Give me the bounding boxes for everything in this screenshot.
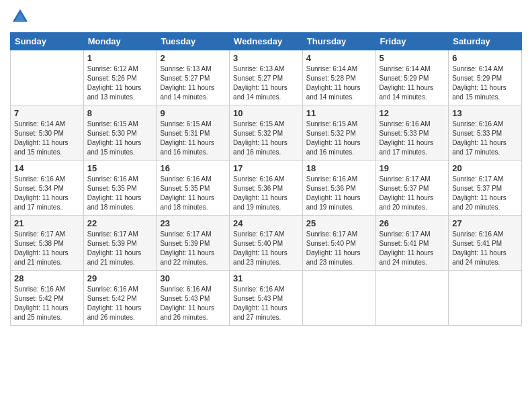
calendar-day-cell: 10 Sunrise: 6:15 AMSunset: 5:32 PMDaylig… [230, 105, 303, 161]
day-info: Sunrise: 6:17 AMSunset: 5:38 PMDaylight:… [14, 230, 69, 266]
day-number: 8 [87, 108, 153, 118]
calendar-day-cell: 2 Sunrise: 6:13 AMSunset: 5:27 PMDayligh… [157, 50, 230, 105]
day-number: 10 [233, 108, 299, 118]
calendar-day-cell: 31 Sunrise: 6:16 AMSunset: 5:43 PMDaylig… [230, 271, 303, 326]
day-number: 9 [160, 108, 226, 118]
weekday-header: Friday [375, 33, 449, 50]
calendar-day-cell: 25 Sunrise: 6:17 AMSunset: 5:40 PMDaylig… [302, 216, 375, 271]
day-info: Sunrise: 6:15 AMSunset: 5:32 PMDaylight:… [233, 120, 287, 156]
day-info: Sunrise: 6:17 AMSunset: 5:39 PMDaylight:… [87, 230, 142, 266]
day-info: Sunrise: 6:17 AMSunset: 5:41 PMDaylight:… [380, 230, 434, 266]
day-number: 12 [380, 108, 445, 118]
header [10, 7, 522, 27]
day-number: 14 [14, 163, 80, 173]
day-info: Sunrise: 6:16 AMSunset: 5:42 PMDaylight:… [87, 285, 142, 321]
calendar-day-cell: 3 Sunrise: 6:13 AMSunset: 5:27 PMDayligh… [230, 50, 303, 105]
day-number: 6 [452, 53, 518, 63]
day-number: 22 [87, 218, 153, 228]
day-number: 19 [380, 163, 445, 173]
calendar-day-cell: 1 Sunrise: 6:12 AMSunset: 5:26 PMDayligh… [83, 50, 157, 105]
logo [10, 7, 33, 27]
calendar-day-cell: 12 Sunrise: 6:16 AMSunset: 5:33 PMDaylig… [375, 105, 449, 161]
day-info: Sunrise: 6:17 AMSunset: 5:40 PMDaylight:… [233, 230, 287, 266]
calendar-day-cell: 20 Sunrise: 6:17 AMSunset: 5:37 PMDaylig… [449, 161, 522, 216]
weekday-header: Tuesday [157, 33, 230, 50]
calendar-day-cell: 30 Sunrise: 6:16 AMSunset: 5:43 PMDaylig… [157, 271, 230, 326]
day-info: Sunrise: 6:15 AMSunset: 5:30 PMDaylight:… [87, 120, 142, 156]
weekday-header: Saturday [449, 33, 522, 50]
day-number: 26 [380, 218, 445, 228]
calendar-day-cell: 26 Sunrise: 6:17 AMSunset: 5:41 PMDaylig… [375, 216, 449, 271]
day-info: Sunrise: 6:16 AMSunset: 5:43 PMDaylight:… [233, 285, 287, 321]
calendar-day-cell: 15 Sunrise: 6:16 AMSunset: 5:35 PMDaylig… [83, 161, 157, 216]
calendar-week-row: 7 Sunrise: 6:14 AMSunset: 5:30 PMDayligh… [11, 105, 522, 161]
calendar-day-cell: 19 Sunrise: 6:17 AMSunset: 5:37 PMDaylig… [375, 161, 449, 216]
calendar-day-cell: 29 Sunrise: 6:16 AMSunset: 5:42 PMDaylig… [83, 271, 157, 326]
calendar-day-cell: 14 Sunrise: 6:16 AMSunset: 5:34 PMDaylig… [11, 161, 84, 216]
day-info: Sunrise: 6:16 AMSunset: 5:33 PMDaylight:… [380, 120, 434, 156]
calendar-week-row: 21 Sunrise: 6:17 AMSunset: 5:38 PMDaylig… [11, 216, 522, 271]
day-number: 29 [87, 273, 153, 283]
calendar-day-cell: 27 Sunrise: 6:16 AMSunset: 5:41 PMDaylig… [449, 216, 522, 271]
day-number: 21 [14, 218, 80, 228]
day-number: 31 [233, 273, 299, 283]
day-number: 25 [306, 218, 372, 228]
day-info: Sunrise: 6:16 AMSunset: 5:41 PMDaylight:… [452, 230, 506, 266]
day-info: Sunrise: 6:14 AMSunset: 5:29 PMDaylight:… [452, 65, 506, 101]
day-number: 13 [452, 108, 518, 118]
day-number: 11 [306, 108, 372, 118]
calendar-day-cell: 28 Sunrise: 6:16 AMSunset: 5:42 PMDaylig… [11, 271, 84, 326]
calendar-day-cell: 23 Sunrise: 6:17 AMSunset: 5:39 PMDaylig… [157, 216, 230, 271]
calendar-day-cell [302, 271, 375, 326]
calendar-day-cell: 5 Sunrise: 6:14 AMSunset: 5:29 PMDayligh… [375, 50, 449, 105]
calendar-day-cell: 4 Sunrise: 6:14 AMSunset: 5:28 PMDayligh… [302, 50, 375, 105]
day-number: 7 [14, 108, 80, 118]
day-number: 20 [452, 163, 518, 173]
calendar-day-cell: 16 Sunrise: 6:16 AMSunset: 5:35 PMDaylig… [157, 161, 230, 216]
day-info: Sunrise: 6:16 AMSunset: 5:36 PMDaylight:… [306, 175, 361, 211]
calendar-day-cell: 13 Sunrise: 6:16 AMSunset: 5:33 PMDaylig… [449, 105, 522, 161]
day-info: Sunrise: 6:16 AMSunset: 5:35 PMDaylight:… [87, 175, 142, 211]
day-info: Sunrise: 6:17 AMSunset: 5:37 PMDaylight:… [380, 175, 434, 211]
day-info: Sunrise: 6:16 AMSunset: 5:35 PMDaylight:… [160, 175, 214, 211]
day-info: Sunrise: 6:13 AMSunset: 5:27 PMDaylight:… [160, 65, 214, 101]
calendar-table: SundayMondayTuesdayWednesdayThursdayFrid… [10, 32, 522, 326]
logo-icon [10, 7, 30, 27]
day-number: 27 [452, 218, 518, 228]
calendar-week-row: 28 Sunrise: 6:16 AMSunset: 5:42 PMDaylig… [11, 271, 522, 326]
day-info: Sunrise: 6:15 AMSunset: 5:32 PMDaylight:… [306, 120, 361, 156]
day-number: 1 [87, 53, 153, 63]
calendar-day-cell [449, 271, 522, 326]
weekday-header: Thursday [302, 33, 375, 50]
day-number: 4 [306, 53, 372, 63]
day-info: Sunrise: 6:17 AMSunset: 5:39 PMDaylight:… [160, 230, 214, 266]
day-number: 16 [160, 163, 226, 173]
weekday-header-row: SundayMondayTuesdayWednesdayThursdayFrid… [11, 33, 522, 50]
day-info: Sunrise: 6:16 AMSunset: 5:36 PMDaylight:… [233, 175, 287, 211]
calendar-day-cell: 24 Sunrise: 6:17 AMSunset: 5:40 PMDaylig… [230, 216, 303, 271]
day-info: Sunrise: 6:14 AMSunset: 5:28 PMDaylight:… [306, 65, 361, 101]
calendar-week-row: 14 Sunrise: 6:16 AMSunset: 5:34 PMDaylig… [11, 161, 522, 216]
day-number: 30 [160, 273, 226, 283]
day-number: 15 [87, 163, 153, 173]
calendar-day-cell: 21 Sunrise: 6:17 AMSunset: 5:38 PMDaylig… [11, 216, 84, 271]
calendar-day-cell: 17 Sunrise: 6:16 AMSunset: 5:36 PMDaylig… [230, 161, 303, 216]
calendar-day-cell: 18 Sunrise: 6:16 AMSunset: 5:36 PMDaylig… [302, 161, 375, 216]
day-info: Sunrise: 6:17 AMSunset: 5:37 PMDaylight:… [452, 175, 506, 211]
day-info: Sunrise: 6:16 AMSunset: 5:43 PMDaylight:… [160, 285, 214, 321]
day-info: Sunrise: 6:14 AMSunset: 5:29 PMDaylight:… [380, 65, 434, 101]
day-number: 18 [306, 163, 372, 173]
day-info: Sunrise: 6:13 AMSunset: 5:27 PMDaylight:… [233, 65, 287, 101]
day-number: 3 [233, 53, 299, 63]
calendar-day-cell: 22 Sunrise: 6:17 AMSunset: 5:39 PMDaylig… [83, 216, 157, 271]
calendar-day-cell [11, 50, 84, 105]
page: SundayMondayTuesdayWednesdayThursdayFrid… [0, 0, 532, 411]
day-info: Sunrise: 6:17 AMSunset: 5:40 PMDaylight:… [306, 230, 361, 266]
weekday-header: Sunday [11, 33, 84, 50]
calendar-week-row: 1 Sunrise: 6:12 AMSunset: 5:26 PMDayligh… [11, 50, 522, 105]
calendar-day-cell [375, 271, 449, 326]
day-info: Sunrise: 6:16 AMSunset: 5:33 PMDaylight:… [452, 120, 506, 156]
day-number: 5 [380, 53, 445, 63]
weekday-header: Wednesday [230, 33, 303, 50]
day-number: 2 [160, 53, 226, 63]
